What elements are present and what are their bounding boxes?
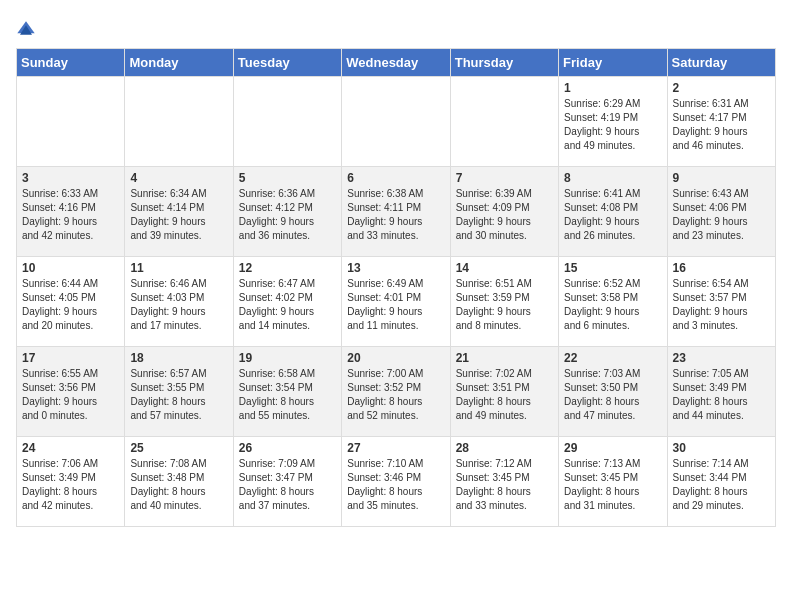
day-number: 21 bbox=[456, 351, 553, 365]
day-info: Sunrise: 6:52 AM Sunset: 3:58 PM Dayligh… bbox=[564, 277, 661, 333]
calendar-cell: 16Sunrise: 6:54 AM Sunset: 3:57 PM Dayli… bbox=[667, 257, 775, 347]
day-info: Sunrise: 6:47 AM Sunset: 4:02 PM Dayligh… bbox=[239, 277, 336, 333]
day-info: Sunrise: 7:02 AM Sunset: 3:51 PM Dayligh… bbox=[456, 367, 553, 423]
calendar-cell bbox=[450, 77, 558, 167]
calendar-cell: 26Sunrise: 7:09 AM Sunset: 3:47 PM Dayli… bbox=[233, 437, 341, 527]
calendar-cell: 10Sunrise: 6:44 AM Sunset: 4:05 PM Dayli… bbox=[17, 257, 125, 347]
day-info: Sunrise: 7:03 AM Sunset: 3:50 PM Dayligh… bbox=[564, 367, 661, 423]
header bbox=[16, 16, 776, 40]
calendar-header-tuesday: Tuesday bbox=[233, 49, 341, 77]
day-number: 10 bbox=[22, 261, 119, 275]
calendar-cell: 21Sunrise: 7:02 AM Sunset: 3:51 PM Dayli… bbox=[450, 347, 558, 437]
calendar-cell: 29Sunrise: 7:13 AM Sunset: 3:45 PM Dayli… bbox=[559, 437, 667, 527]
calendar-header-monday: Monday bbox=[125, 49, 233, 77]
day-number: 1 bbox=[564, 81, 661, 95]
day-number: 13 bbox=[347, 261, 444, 275]
day-info: Sunrise: 7:14 AM Sunset: 3:44 PM Dayligh… bbox=[673, 457, 770, 513]
day-info: Sunrise: 6:34 AM Sunset: 4:14 PM Dayligh… bbox=[130, 187, 227, 243]
calendar-week-1: 1Sunrise: 6:29 AM Sunset: 4:19 PM Daylig… bbox=[17, 77, 776, 167]
day-info: Sunrise: 6:54 AM Sunset: 3:57 PM Dayligh… bbox=[673, 277, 770, 333]
day-number: 7 bbox=[456, 171, 553, 185]
calendar-week-4: 17Sunrise: 6:55 AM Sunset: 3:56 PM Dayli… bbox=[17, 347, 776, 437]
day-number: 8 bbox=[564, 171, 661, 185]
day-info: Sunrise: 6:44 AM Sunset: 4:05 PM Dayligh… bbox=[22, 277, 119, 333]
calendar-header-row: SundayMondayTuesdayWednesdayThursdayFrid… bbox=[17, 49, 776, 77]
day-number: 30 bbox=[673, 441, 770, 455]
day-number: 25 bbox=[130, 441, 227, 455]
day-number: 9 bbox=[673, 171, 770, 185]
day-info: Sunrise: 6:36 AM Sunset: 4:12 PM Dayligh… bbox=[239, 187, 336, 243]
logo bbox=[16, 20, 40, 40]
calendar-cell: 14Sunrise: 6:51 AM Sunset: 3:59 PM Dayli… bbox=[450, 257, 558, 347]
day-number: 11 bbox=[130, 261, 227, 275]
calendar-cell: 25Sunrise: 7:08 AM Sunset: 3:48 PM Dayli… bbox=[125, 437, 233, 527]
day-number: 29 bbox=[564, 441, 661, 455]
day-number: 26 bbox=[239, 441, 336, 455]
day-info: Sunrise: 6:33 AM Sunset: 4:16 PM Dayligh… bbox=[22, 187, 119, 243]
day-info: Sunrise: 6:51 AM Sunset: 3:59 PM Dayligh… bbox=[456, 277, 553, 333]
calendar-cell bbox=[342, 77, 450, 167]
day-number: 3 bbox=[22, 171, 119, 185]
calendar-cell: 9Sunrise: 6:43 AM Sunset: 4:06 PM Daylig… bbox=[667, 167, 775, 257]
calendar-cell: 19Sunrise: 6:58 AM Sunset: 3:54 PM Dayli… bbox=[233, 347, 341, 437]
calendar-cell: 23Sunrise: 7:05 AM Sunset: 3:49 PM Dayli… bbox=[667, 347, 775, 437]
calendar-cell: 30Sunrise: 7:14 AM Sunset: 3:44 PM Dayli… bbox=[667, 437, 775, 527]
calendar-cell: 8Sunrise: 6:41 AM Sunset: 4:08 PM Daylig… bbox=[559, 167, 667, 257]
calendar-header-thursday: Thursday bbox=[450, 49, 558, 77]
day-info: Sunrise: 7:13 AM Sunset: 3:45 PM Dayligh… bbox=[564, 457, 661, 513]
day-info: Sunrise: 6:49 AM Sunset: 4:01 PM Dayligh… bbox=[347, 277, 444, 333]
day-number: 5 bbox=[239, 171, 336, 185]
calendar-cell bbox=[125, 77, 233, 167]
day-info: Sunrise: 6:57 AM Sunset: 3:55 PM Dayligh… bbox=[130, 367, 227, 423]
calendar-cell: 1Sunrise: 6:29 AM Sunset: 4:19 PM Daylig… bbox=[559, 77, 667, 167]
calendar-cell: 2Sunrise: 6:31 AM Sunset: 4:17 PM Daylig… bbox=[667, 77, 775, 167]
calendar-cell: 28Sunrise: 7:12 AM Sunset: 3:45 PM Dayli… bbox=[450, 437, 558, 527]
day-info: Sunrise: 7:10 AM Sunset: 3:46 PM Dayligh… bbox=[347, 457, 444, 513]
day-info: Sunrise: 7:00 AM Sunset: 3:52 PM Dayligh… bbox=[347, 367, 444, 423]
day-info: Sunrise: 7:06 AM Sunset: 3:49 PM Dayligh… bbox=[22, 457, 119, 513]
calendar-cell: 15Sunrise: 6:52 AM Sunset: 3:58 PM Dayli… bbox=[559, 257, 667, 347]
calendar: SundayMondayTuesdayWednesdayThursdayFrid… bbox=[16, 48, 776, 527]
day-number: 16 bbox=[673, 261, 770, 275]
day-number: 12 bbox=[239, 261, 336, 275]
day-number: 6 bbox=[347, 171, 444, 185]
calendar-header-friday: Friday bbox=[559, 49, 667, 77]
day-number: 15 bbox=[564, 261, 661, 275]
calendar-cell: 11Sunrise: 6:46 AM Sunset: 4:03 PM Dayli… bbox=[125, 257, 233, 347]
logo-icon bbox=[16, 20, 36, 40]
calendar-cell bbox=[233, 77, 341, 167]
calendar-cell: 7Sunrise: 6:39 AM Sunset: 4:09 PM Daylig… bbox=[450, 167, 558, 257]
calendar-cell: 17Sunrise: 6:55 AM Sunset: 3:56 PM Dayli… bbox=[17, 347, 125, 437]
calendar-header-sunday: Sunday bbox=[17, 49, 125, 77]
calendar-cell: 27Sunrise: 7:10 AM Sunset: 3:46 PM Dayli… bbox=[342, 437, 450, 527]
calendar-cell: 13Sunrise: 6:49 AM Sunset: 4:01 PM Dayli… bbox=[342, 257, 450, 347]
day-number: 17 bbox=[22, 351, 119, 365]
day-number: 28 bbox=[456, 441, 553, 455]
day-info: Sunrise: 7:12 AM Sunset: 3:45 PM Dayligh… bbox=[456, 457, 553, 513]
day-info: Sunrise: 6:41 AM Sunset: 4:08 PM Dayligh… bbox=[564, 187, 661, 243]
day-info: Sunrise: 6:58 AM Sunset: 3:54 PM Dayligh… bbox=[239, 367, 336, 423]
day-number: 14 bbox=[456, 261, 553, 275]
calendar-cell: 12Sunrise: 6:47 AM Sunset: 4:02 PM Dayli… bbox=[233, 257, 341, 347]
calendar-cell: 4Sunrise: 6:34 AM Sunset: 4:14 PM Daylig… bbox=[125, 167, 233, 257]
day-info: Sunrise: 6:31 AM Sunset: 4:17 PM Dayligh… bbox=[673, 97, 770, 153]
day-info: Sunrise: 6:55 AM Sunset: 3:56 PM Dayligh… bbox=[22, 367, 119, 423]
calendar-cell: 18Sunrise: 6:57 AM Sunset: 3:55 PM Dayli… bbox=[125, 347, 233, 437]
day-number: 22 bbox=[564, 351, 661, 365]
day-number: 27 bbox=[347, 441, 444, 455]
day-number: 2 bbox=[673, 81, 770, 95]
day-info: Sunrise: 7:08 AM Sunset: 3:48 PM Dayligh… bbox=[130, 457, 227, 513]
day-info: Sunrise: 6:38 AM Sunset: 4:11 PM Dayligh… bbox=[347, 187, 444, 243]
calendar-cell: 3Sunrise: 6:33 AM Sunset: 4:16 PM Daylig… bbox=[17, 167, 125, 257]
day-number: 20 bbox=[347, 351, 444, 365]
calendar-week-2: 3Sunrise: 6:33 AM Sunset: 4:16 PM Daylig… bbox=[17, 167, 776, 257]
calendar-cell: 6Sunrise: 6:38 AM Sunset: 4:11 PM Daylig… bbox=[342, 167, 450, 257]
calendar-week-3: 10Sunrise: 6:44 AM Sunset: 4:05 PM Dayli… bbox=[17, 257, 776, 347]
day-info: Sunrise: 6:46 AM Sunset: 4:03 PM Dayligh… bbox=[130, 277, 227, 333]
calendar-cell: 20Sunrise: 7:00 AM Sunset: 3:52 PM Dayli… bbox=[342, 347, 450, 437]
day-info: Sunrise: 6:43 AM Sunset: 4:06 PM Dayligh… bbox=[673, 187, 770, 243]
day-number: 18 bbox=[130, 351, 227, 365]
calendar-week-5: 24Sunrise: 7:06 AM Sunset: 3:49 PM Dayli… bbox=[17, 437, 776, 527]
calendar-header-saturday: Saturday bbox=[667, 49, 775, 77]
calendar-cell: 22Sunrise: 7:03 AM Sunset: 3:50 PM Dayli… bbox=[559, 347, 667, 437]
